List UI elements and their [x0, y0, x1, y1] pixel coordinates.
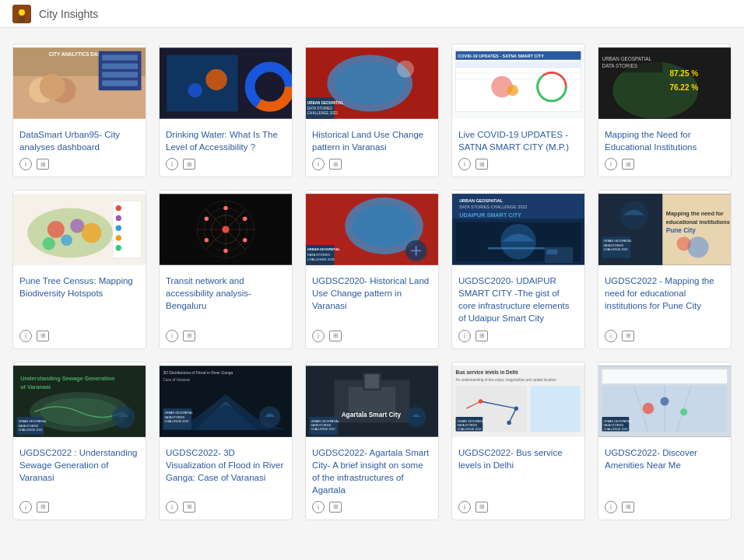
card-8[interactable]: URBAN GEOSPATIAL DATA STORIES CHALLENGE … [305, 190, 439, 348]
info-icon-4[interactable]: i [458, 158, 471, 170]
card-title-13: UGDSC2022- Agartala Smart City- A brief … [312, 446, 432, 496]
layer-icon-1[interactable]: ⊞ [37, 159, 49, 170]
card-3[interactable]: URBAN GEOSPATIAL DATA STORIES CHALLENGE … [305, 44, 439, 177]
info-icon-7[interactable]: i [166, 330, 178, 342]
svg-point-55 [82, 223, 102, 243]
info-icon-10[interactable]: i [605, 330, 617, 342]
card-footer-3: i ⊞ [312, 158, 432, 170]
card-title-5: Mapping the Need for Educational Institu… [605, 128, 725, 153]
card-title-6: Pune Tree Census: Mapping Biodiversity H… [19, 275, 139, 324]
card-body-7: Transit network and accessibility analys… [160, 268, 292, 348]
info-icon-3[interactable]: i [312, 158, 325, 170]
card-title-12: UGDSC2022- 3D Visualization of Flood in … [166, 446, 286, 496]
info-icon-1[interactable]: i [19, 158, 32, 170]
svg-point-151 [479, 399, 483, 403]
card-body-6: Pune Tree Census: Mapping Biodiversity H… [13, 268, 146, 348]
svg-text:DATA STORIES CHALLENGE 2022: DATA STORIES CHALLENGE 2022 [459, 205, 527, 209]
app-header: City Insights [0, 0, 744, 28]
info-icon-12[interactable]: i [166, 501, 178, 513]
layer-icon-2[interactable]: ⊞ [183, 159, 195, 170]
svg-point-76 [205, 238, 209, 242]
svg-rect-160 [602, 369, 728, 383]
card-4[interactable]: COVID-19 UPDATES - SATNA SMART CITY Live… [451, 44, 585, 177]
info-icon-11[interactable]: i [19, 501, 32, 513]
card-9[interactable]: URBAN GEOSPATIAL DATA STORIES CHALLENGE … [451, 190, 585, 348]
card-footer-8: i ⊞ [312, 330, 432, 342]
svg-point-1 [19, 9, 25, 16]
card-footer-15: i ⊞ [605, 501, 725, 513]
card-6[interactable]: Pune Tree Census: Mapping Biodiversity H… [12, 190, 146, 348]
info-icon-6[interactable]: i [19, 330, 32, 342]
svg-point-153 [507, 420, 511, 424]
info-icon-13[interactable]: i [312, 501, 325, 513]
svg-text:of Varanasi: of Varanasi [20, 383, 51, 390]
card-body-3: Historical Land Use Change pattern in Va… [306, 122, 438, 177]
card-5[interactable]: 87.25 % 76.22 % URBAN GEOSPATIAL DATA ST… [598, 44, 732, 177]
card-body-10: UGDSC2022 - Mapping the need for educati… [598, 268, 731, 348]
layer-icon-7[interactable]: ⊞ [183, 331, 195, 341]
card-title-2: Drinking Water: What Is The Level of Acc… [166, 128, 286, 153]
svg-point-13 [40, 74, 65, 100]
layer-icon-8[interactable]: ⊞ [329, 331, 342, 341]
layer-icon-14[interactable]: ⊞ [476, 502, 488, 513]
svg-text:CHALLENGE 2022: CHALLENGE 2022 [164, 420, 188, 423]
layer-icon-3[interactable]: ⊞ [329, 159, 342, 170]
svg-point-58 [116, 205, 121, 211]
svg-rect-10 [102, 80, 138, 86]
info-icon-2[interactable]: i [166, 158, 178, 170]
layer-icon-4[interactable]: ⊞ [476, 159, 488, 170]
card-thumbnail-1: CITY ANALYTICS DASHBOARD [13, 44, 146, 122]
card-11[interactable]: Understanding Sewage Generation of Varan… [12, 362, 146, 520]
card-13[interactable]: Agartala Smart City URBAN GEOSPATIAL DAT… [305, 362, 439, 520]
svg-point-152 [514, 406, 518, 410]
svg-rect-136 [365, 374, 379, 388]
svg-text:CHALLENGE 2022: CHALLENGE 2022 [457, 428, 481, 431]
card-thumbnail-7 [160, 191, 292, 268]
layer-icon-9[interactable]: ⊞ [476, 331, 488, 341]
layer-icon-11[interactable]: ⊞ [37, 502, 49, 513]
svg-text:educational institutions: educational institutions [666, 219, 730, 226]
svg-text:Bus service levels in Delhi: Bus service levels in Delhi [456, 369, 518, 375]
card-7[interactable]: Transit network and accessibility analys… [159, 190, 293, 348]
info-icon-5[interactable]: i [605, 158, 617, 170]
layer-icon-6[interactable]: ⊞ [37, 331, 49, 341]
info-icon-14[interactable]: i [458, 501, 471, 513]
info-icon-15[interactable]: i [605, 501, 617, 513]
layer-icon-13[interactable]: ⊞ [329, 502, 342, 513]
svg-text:CHALLENGE 2022: CHALLENGE 2022 [307, 257, 335, 261]
layer-icon-10[interactable]: ⊞ [622, 331, 634, 341]
svg-point-24 [335, 62, 405, 105]
svg-point-131 [259, 406, 280, 427]
svg-point-52 [47, 221, 65, 238]
svg-text:DATA STORIES: DATA STORIES [603, 244, 623, 247]
card-title-11: UGDSC2022 : Understanding Sewage Generat… [19, 446, 139, 496]
svg-text:Mapping the need for: Mapping the need for [666, 210, 724, 217]
svg-text:CHALLENGE 2022: CHALLENGE 2022 [603, 249, 627, 252]
layer-icon-12[interactable]: ⊞ [183, 502, 195, 513]
card-12[interactable]: 3D Distributions of Flood in River Ganga… [159, 362, 293, 520]
svg-point-77 [205, 217, 209, 221]
svg-rect-47 [598, 51, 662, 72]
card-thumbnail-4: COVID-19 UPDATES - SATNA SMART CITY [452, 44, 584, 122]
layer-icon-5[interactable]: ⊞ [622, 159, 634, 170]
card-14[interactable]: Bus service levels in Delhi An understan… [451, 362, 585, 520]
card-15[interactable]: URBAN GEOSPATIAL DATA STORIES CHALLENGE … [598, 362, 732, 520]
card-2[interactable]: Drinking Water: What Is The Level of Acc… [159, 44, 293, 177]
card-thumbnail-8: URBAN GEOSPATIAL DATA STORIES CHALLENGE … [306, 191, 438, 268]
info-icon-9[interactable]: i [458, 330, 471, 342]
svg-point-166 [661, 397, 669, 405]
svg-point-73 [243, 217, 247, 221]
card-10[interactable]: Mapping the need for educational institu… [598, 190, 732, 348]
card-thumbnail-13: Agartala Smart City URBAN GEOSPATIAL DAT… [306, 362, 438, 440]
svg-point-165 [643, 402, 655, 414]
svg-text:UDAIPUR SMART CITY: UDAIPUR SMART CITY [459, 212, 521, 219]
card-title-8: UGDSC2020- Historical Land Use Change pa… [312, 275, 432, 324]
card-1[interactable]: CITY ANALYTICS DASHBOARD DataSmart Urban… [12, 44, 146, 177]
layer-icon-15[interactable]: ⊞ [622, 502, 634, 513]
svg-text:URBAN GEOSPATIAL: URBAN GEOSPATIAL [603, 419, 631, 422]
svg-point-142 [406, 407, 426, 427]
info-icon-8[interactable]: i [312, 330, 325, 342]
svg-rect-33 [456, 62, 581, 112]
svg-text:CHALLENGE 2022: CHALLENGE 2022 [307, 111, 338, 115]
svg-text:DATA STORIES: DATA STORIES [307, 253, 330, 257]
